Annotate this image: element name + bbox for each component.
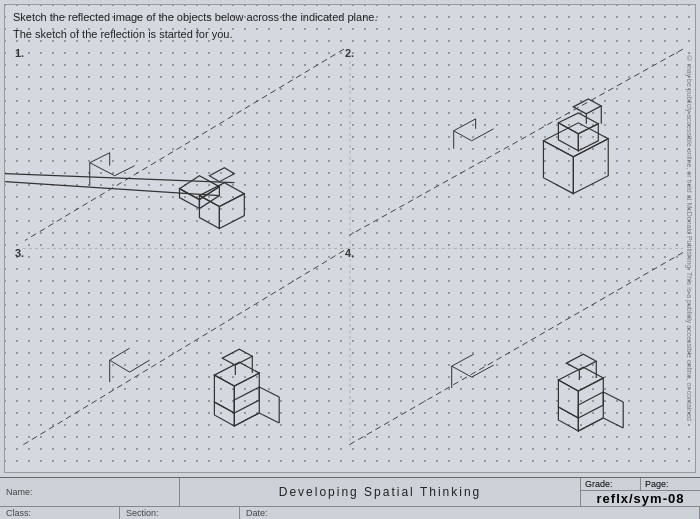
footer-top-row: Name: Developing Spatial Thinking Grade:… — [0, 478, 700, 507]
svg-line-38 — [349, 252, 683, 444]
svg-line-24 — [23, 250, 344, 444]
svg-marker-18 — [558, 123, 578, 151]
svg-line-35 — [259, 413, 279, 423]
svg-marker-7 — [209, 168, 234, 182]
grade-page-labels: Grade: Page: — [581, 478, 700, 491]
svg-marker-19 — [573, 99, 601, 114]
section-label: Section: — [126, 508, 159, 518]
svg-line-36 — [234, 413, 259, 426]
svg-marker-2 — [219, 194, 244, 229]
svg-line-49 — [603, 418, 623, 428]
footer: Name: Developing Spatial Thinking Grade:… — [0, 477, 700, 519]
svg-line-50 — [578, 418, 603, 431]
date-label: Date: — [246, 508, 268, 518]
svg-line-0 — [25, 49, 344, 240]
grade-label: Grade: — [581, 478, 641, 490]
svg-line-9 — [5, 174, 234, 183]
svg-marker-46 — [558, 407, 578, 431]
page: Sketch the reflected image of the object… — [0, 0, 700, 519]
page-value: reflx/sym-08 — [581, 491, 700, 506]
name-field: Name: — [0, 478, 180, 506]
instructions: Sketch the reflected image of the object… — [13, 9, 377, 42]
class-field: Class: — [0, 507, 120, 519]
svg-marker-6 — [179, 189, 199, 209]
svg-line-33 — [259, 387, 279, 397]
page-label: Page: — [641, 478, 700, 490]
svg-marker-3 — [199, 196, 219, 229]
section-field: Section: — [120, 507, 240, 519]
svg-marker-15 — [543, 141, 573, 194]
svg-line-47 — [603, 392, 623, 402]
name-label: Name: — [6, 487, 33, 497]
footer-bottom-row: Class: Section: Date: — [0, 507, 700, 519]
instruction-line1: Sketch the reflected image of the object… — [13, 9, 377, 26]
footer-right: Grade: Page: reflx/sym-08 — [580, 478, 700, 506]
instruction-line2: The sketch of the reflection is started … — [13, 26, 377, 43]
date-field: Date: — [240, 507, 700, 519]
worksheet-title: Developing Spatial Thinking — [180, 485, 580, 499]
class-label: Class: — [6, 508, 31, 518]
drawing-overlay — [5, 5, 695, 472]
svg-marker-32 — [214, 402, 234, 426]
main-content: Sketch the reflected image of the object… — [4, 4, 696, 473]
svg-line-12 — [349, 49, 683, 235]
